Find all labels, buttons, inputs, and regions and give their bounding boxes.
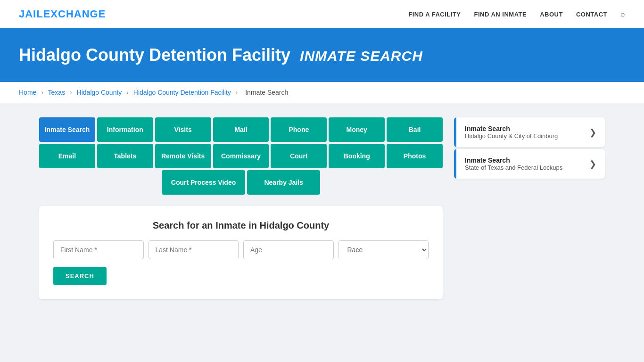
sidebar-card-2-title: Inmate Search State of Texas and Federal… — [465, 156, 562, 171]
search-button[interactable]: SEARCH — [53, 267, 107, 285]
sidebar-card-1: Inmate Search Hidalgo County & City of E… — [454, 117, 605, 147]
breadcrumb-facility[interactable]: Hidalgo County Detention Facility — [133, 89, 231, 96]
breadcrumb-current: Inmate Search — [245, 89, 288, 96]
first-name-input[interactable] — [53, 240, 144, 259]
nav-find-facility[interactable]: FIND A FACILITY — [408, 11, 461, 18]
search-inputs: Race White Black Hispanic Asian Other — [53, 240, 429, 259]
search-card: Search for an Inmate in Hidalgo County R… — [39, 206, 443, 299]
chevron-down-icon: ❯ — [589, 127, 596, 138]
tab-email[interactable]: Email — [39, 144, 95, 168]
tab-phone[interactable]: Phone — [271, 117, 327, 142]
tab-inmate-search[interactable]: Inmate Search — [39, 117, 95, 142]
tabs-row-2: Email Tablets Remote Visits Commissary C… — [39, 144, 443, 168]
tab-court-process-video[interactable]: Court Process Video — [162, 170, 245, 195]
breadcrumb-county[interactable]: Hidalgo County — [77, 89, 122, 96]
breadcrumb-texas[interactable]: Texas — [48, 89, 66, 96]
right-sidebar: Inmate Search Hidalgo County & City of E… — [454, 117, 605, 299]
tab-bail[interactable]: Bail — [387, 117, 443, 142]
nav-about[interactable]: ABOUT — [540, 11, 563, 18]
page-title: Hidalgo County Detention Facility INMATE… — [19, 45, 625, 65]
tab-photos[interactable]: Photos — [387, 144, 443, 168]
breadcrumb: Home › Texas › Hidalgo County › Hidalgo … — [0, 82, 644, 103]
sidebar-card-2: Inmate Search State of Texas and Federal… — [454, 149, 605, 179]
hero-banner: Hidalgo County Detention Facility INMATE… — [0, 28, 644, 82]
search-heading: Search for an Inmate in Hidalgo County — [53, 220, 429, 231]
navbar: JAILEXCHANGE FIND A FACILITY FIND AN INM… — [0, 0, 644, 28]
nav-contact[interactable]: CONTACT — [576, 11, 607, 18]
tab-court[interactable]: Court — [271, 144, 327, 168]
search-icon[interactable]: ⌕ — [620, 10, 625, 18]
nav-links: FIND A FACILITY FIND AN INMATE ABOUT CON… — [408, 10, 625, 18]
tab-mail[interactable]: Mail — [213, 117, 269, 142]
left-section: Inmate Search Information Visits Mail Ph… — [39, 117, 443, 299]
sidebar-card-2-header[interactable]: Inmate Search State of Texas and Federal… — [454, 149, 605, 179]
nav-find-inmate[interactable]: FIND AN INMATE — [474, 11, 527, 18]
tabs-row-3: Court Process Video Nearby Jails — [39, 170, 443, 195]
tab-booking[interactable]: Booking — [329, 144, 385, 168]
breadcrumb-sep2: › — [70, 89, 72, 96]
sidebar-card-1-header[interactable]: Inmate Search Hidalgo County & City of E… — [454, 117, 605, 147]
site-logo[interactable]: JAILEXCHANGE — [19, 8, 106, 20]
tab-nearby-jails[interactable]: Nearby Jails — [247, 170, 320, 195]
tab-information[interactable]: Information — [97, 117, 153, 142]
breadcrumb-sep1: › — [41, 89, 43, 96]
tab-money[interactable]: Money — [329, 117, 385, 142]
tab-remote-visits[interactable]: Remote Visits — [155, 144, 211, 168]
tab-commissary[interactable]: Commissary — [213, 144, 269, 168]
main-container: Inmate Search Information Visits Mail Ph… — [20, 103, 624, 313]
chevron-down-icon-2: ❯ — [589, 159, 596, 169]
breadcrumb-home[interactable]: Home — [19, 89, 36, 96]
logo-part1: JAIL — [19, 8, 43, 20]
tab-tablets[interactable]: Tablets — [97, 144, 153, 168]
sidebar-card-1-title: Inmate Search Hidalgo County & City of E… — [465, 125, 558, 140]
logo-part2: EXCHANGE — [43, 8, 106, 20]
age-input[interactable] — [243, 240, 334, 259]
breadcrumb-sep4: › — [236, 89, 238, 96]
last-name-input[interactable] — [149, 240, 239, 259]
race-select[interactable]: Race White Black Hispanic Asian Other — [339, 240, 429, 259]
breadcrumb-sep3: › — [126, 89, 129, 96]
tabs-row-1: Inmate Search Information Visits Mail Ph… — [39, 117, 443, 142]
tab-visits[interactable]: Visits — [155, 117, 211, 142]
